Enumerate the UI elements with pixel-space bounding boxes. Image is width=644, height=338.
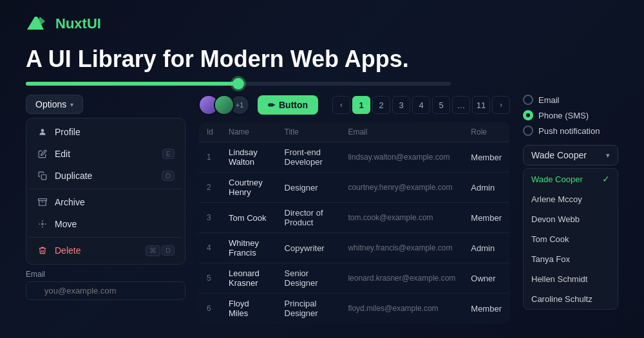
cell-email: tom.cook@example.com — [340, 203, 463, 233]
col-id: Id — [199, 122, 222, 142]
radio-circle-email — [523, 95, 533, 105]
table-row[interactable]: 3 Tom Cook Director of Product tom.cook@… — [199, 203, 510, 233]
menu-label-move: Move — [55, 219, 175, 229]
menu-label-duplicate: Duplicate — [55, 171, 155, 181]
page-btn-4[interactable]: 4 — [412, 96, 430, 114]
table-row[interactable]: 6 Floyd Miles Principal Designer floyd.m… — [199, 294, 510, 324]
table-row[interactable]: 2 Courtney Henry Designer courtney.henry… — [199, 173, 510, 203]
cell-role: Member — [463, 294, 509, 324]
cell-email: whitney.francis@example.com — [340, 233, 463, 263]
select-option-tom[interactable]: Tom Cook — [524, 229, 618, 249]
option-label: Tanya Fox — [531, 254, 570, 264]
cell-title: Senior Designer — [277, 263, 341, 294]
radio-label-email: Email — [538, 95, 560, 105]
select-box[interactable]: Wade Cooper ▾ — [523, 145, 618, 165]
shortcut-edit: E — [162, 149, 175, 159]
svg-rect-1 — [41, 174, 46, 180]
cell-name: Courtney Henry — [221, 173, 277, 203]
cell-id: 4 — [199, 233, 222, 263]
pencil-icon: ✏ — [268, 100, 275, 110]
page-btn-1[interactable]: 1 — [352, 96, 370, 114]
table-body: 1 Lindsay Walton Front-end Developer lin… — [199, 142, 510, 324]
option-label: Wade Cooper — [531, 174, 583, 184]
email-input-wrapper: ✉ — [26, 281, 185, 300]
option-label: Caroline Schultz — [531, 294, 592, 304]
pagination: ‹ 1 2 3 4 5 … 11 › — [332, 96, 510, 114]
table-row[interactable]: 4 Whitney Francis Copywriter whitney.fra… — [199, 233, 510, 263]
shortcut-delete: ⌘ D — [146, 245, 175, 256]
primary-button[interactable]: ✏ Button — [258, 95, 318, 115]
right-panel: Email Phone (SMS) Push notification Wade… — [523, 95, 618, 324]
cell-name: Floyd Miles — [221, 294, 277, 324]
cell-name: Lindsay Walton — [221, 142, 277, 173]
radio-circle-phone — [523, 110, 533, 120]
menu-label-delete: Delete — [55, 245, 139, 256]
cell-role: Admin — [463, 173, 509, 203]
svg-rect-2 — [39, 199, 47, 201]
col-email: Email — [340, 122, 463, 142]
chevron-down-icon: ▾ — [606, 151, 610, 160]
email-input[interactable] — [26, 281, 185, 300]
select-option-caroline[interactable]: Caroline Schultz — [524, 289, 618, 309]
select-option-devon[interactable]: Devon Webb — [524, 209, 618, 229]
cell-role: Member — [463, 203, 509, 233]
chevron-down-icon: ▾ — [70, 101, 73, 108]
cell-id: 1 — [199, 142, 222, 173]
email-section: Email ✉ — [26, 270, 185, 300]
radio-item-email[interactable]: Email — [523, 95, 618, 105]
select-option-wade[interactable]: Wade Cooper ✓ — [524, 169, 618, 189]
menu-item-profile[interactable]: Profile — [29, 121, 182, 143]
select-option-tanya[interactable]: Tanya Fox — [524, 249, 618, 269]
page-btn-11[interactable]: 11 — [472, 96, 490, 114]
select-option-arlene[interactable]: Arlene Mccoy — [524, 189, 618, 209]
menu-divider-2 — [29, 237, 182, 238]
select-dropdown: Wade Cooper ✓ Arlene Mccoy Devon Webb To… — [523, 168, 618, 310]
col-title: Title — [277, 122, 341, 142]
slider-thumb[interactable] — [232, 78, 244, 89]
table-row[interactable]: 5 Leonard Krasner Senior Designer leonar… — [199, 263, 510, 294]
button-label: Button — [279, 100, 308, 110]
logo-text-highlight: UI — [87, 15, 101, 32]
pagination-prev[interactable]: ‹ — [332, 96, 350, 114]
table-row[interactable]: 1 Lindsay Walton Front-end Developer lin… — [199, 142, 510, 173]
page-btn-2[interactable]: 2 — [372, 96, 390, 114]
option-label: Tom Cook — [531, 234, 569, 244]
logo-text: NuxtUI — [55, 15, 101, 32]
trash-icon — [37, 245, 48, 256]
menu-item-edit[interactable]: Edit E — [29, 143, 182, 165]
option-label: Hellen Schmidt — [531, 274, 587, 284]
avatar-group: +1 — [198, 95, 250, 115]
avatar-img-2 — [215, 96, 233, 114]
menu-item-delete[interactable]: Delete ⌘ D — [29, 239, 182, 261]
cell-title: Principal Designer — [277, 294, 341, 324]
cell-email: courtney.henry@example.com — [340, 173, 463, 203]
hero-section: A UI Library for Modern Web Apps. — [0, 40, 644, 82]
page-btn-3[interactable]: 3 — [392, 96, 410, 114]
select-option-hellen[interactable]: Hellen Schmidt — [524, 269, 618, 289]
pagination-next[interactable]: › — [492, 96, 510, 114]
shortcut-duplicate: D — [162, 171, 175, 181]
move-icon — [37, 218, 48, 230]
slider-track[interactable] — [26, 82, 451, 86]
menu-item-archive[interactable]: Archive — [29, 191, 182, 213]
cell-id: 2 — [199, 173, 222, 203]
radio-item-phone[interactable]: Phone (SMS) — [523, 110, 618, 120]
cell-name: Whitney Francis — [221, 233, 277, 263]
page-btn-ellipsis: … — [452, 96, 470, 114]
dropdown-menu: Profile Edit E Duplicate D — [26, 118, 185, 265]
menu-item-move[interactable]: Move — [29, 213, 182, 235]
cell-title: Copywriter — [277, 233, 341, 263]
svg-point-4 — [42, 223, 43, 225]
edit-icon — [37, 148, 48, 160]
slider-section — [0, 82, 644, 95]
radio-item-push[interactable]: Push notification — [523, 126, 618, 136]
page-btn-5[interactable]: 5 — [432, 96, 450, 114]
option-label: Devon Webb — [531, 214, 580, 224]
options-button[interactable]: Options ▾ — [26, 95, 83, 114]
menu-item-duplicate[interactable]: Duplicate D — [29, 165, 182, 187]
logo-icon — [26, 14, 49, 33]
logo-text-regular: Nuxt — [55, 15, 87, 32]
checkmark-icon: ✓ — [602, 174, 610, 184]
table-toolbar: +1 ✏ Button ‹ 1 2 3 4 5 … 11 › — [198, 95, 510, 115]
archive-icon — [37, 196, 48, 208]
